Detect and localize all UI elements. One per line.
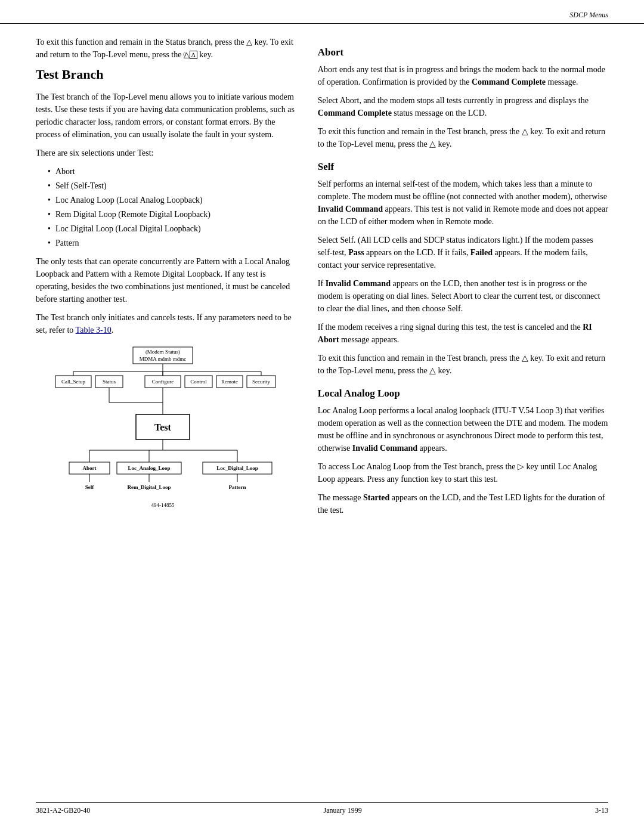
svg-text:Call_Setup: Call_Setup	[61, 379, 85, 385]
svg-text:Control: Control	[191, 379, 208, 385]
page-header: SDCP Menus	[0, 0, 644, 24]
test-branch-para1: The Test branch of the Top-Level menu al…	[36, 91, 296, 141]
right-column: Abort Abort ends any test that is in pro…	[311, 36, 608, 522]
test-branch-diagram: (Modem Status) MDMA mdmb mdmc Call_Setup…	[52, 346, 279, 513]
footer-page-number: 3-13	[595, 806, 608, 815]
svg-text:Loc_Digital_Loop: Loc_Digital_Loop	[217, 465, 259, 471]
svg-text:Abort: Abort	[83, 465, 97, 471]
self-para3: If Invalid Command appears on the LCD, t…	[318, 277, 608, 315]
list-item: Rem Digital Loop (Remote Digital Loopbac…	[48, 208, 296, 221]
list-item: Abort	[48, 165, 296, 178]
footer-doc-number: 3821-A2-GB20-40	[36, 806, 90, 815]
svg-text:Security: Security	[252, 379, 270, 385]
test-branch-para2: The only tests that can operate concurre…	[36, 255, 296, 305]
svg-text:Remote: Remote	[221, 379, 238, 385]
lal-para1: Loc Analog Loop performs a local analog …	[318, 404, 608, 454]
abort-para2: Select Abort, and the modem stops all te…	[318, 94, 608, 119]
list-item: Loc Analog Loop (Local Analog Loopback)	[48, 194, 296, 206]
svg-text:Configure: Configure	[152, 379, 174, 385]
table-link[interactable]: Table 3-10	[76, 326, 112, 335]
svg-text:MDMA  mdmb  mdmc: MDMA mdmb mdmc	[140, 356, 187, 362]
svg-text:Loc_Analog_Loop: Loc_Analog_Loop	[128, 465, 171, 471]
abort-heading: Abort	[318, 47, 608, 58]
svg-text:494-14855: 494-14855	[151, 502, 175, 508]
svg-text:Status: Status	[103, 379, 116, 385]
content-area: To exit this function and remain in the …	[0, 24, 644, 522]
list-item: Self (Self-Test)	[48, 179, 296, 192]
test-branch-para3: The Test branch only initiates and cance…	[36, 311, 296, 336]
left-column: To exit this function and remain in the …	[36, 36, 311, 522]
list-item: Pattern	[48, 237, 296, 249]
svg-text:(Modem Status): (Modem Status)	[145, 349, 180, 355]
intro-paragraph: To exit this function and remain in the …	[36, 36, 296, 61]
svg-text:Test: Test	[154, 422, 172, 432]
page-footer: 3821-A2-GB20-40 January 1999 3-13	[36, 802, 608, 815]
lal-para3: The message Started appears on the LCD, …	[318, 491, 608, 516]
header-title: SDCP Menus	[569, 11, 608, 20]
test-branch-bullets: Abort Self (Self-Test) Loc Analog Loop (…	[48, 165, 296, 249]
self-para1: Self performs an internal self-test of t…	[318, 178, 608, 228]
svg-text:Rem_Digital_Loop: Rem_Digital_Loop	[128, 484, 171, 490]
abort-para3: To exit this function and remain in the …	[318, 125, 608, 150]
chapter-title: Test Branch	[36, 67, 296, 82]
self-para5: To exit this function and remain in the …	[318, 352, 608, 377]
self-heading: Self	[318, 161, 608, 173]
abort-para1: Abort ends any test that is in progress …	[318, 63, 608, 88]
footer-date: January 1999	[324, 806, 362, 815]
self-para2: Select Self. (All LCD cells and SDCP sta…	[318, 234, 608, 271]
self-para4: If the modem receives a ring signal duri…	[318, 321, 608, 346]
diagram-container: (Modem Status) MDMA mdmb mdmc Call_Setup…	[36, 346, 296, 513]
page: SDCP Menus To exit this function and rem…	[0, 0, 644, 833]
svg-text:Self: Self	[85, 484, 95, 490]
lal-heading: Local Analog Loop	[318, 388, 608, 400]
bullet-intro: There are six selections under Test:	[36, 147, 296, 159]
svg-text:Pattern: Pattern	[229, 484, 246, 490]
lal-para2: To access Loc Analog Loop from the Test …	[318, 460, 608, 485]
list-item: Loc Digital Loop (Local Digital Loopback…	[48, 222, 296, 235]
